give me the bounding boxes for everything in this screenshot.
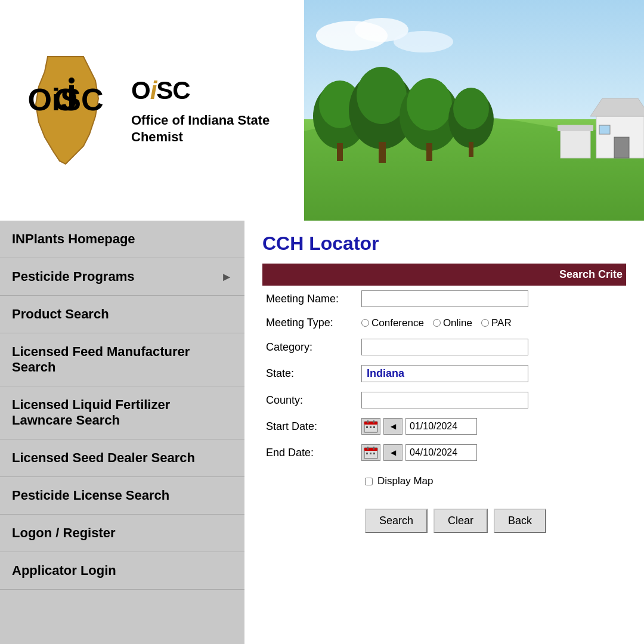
county-input[interactable] [361, 392, 528, 408]
end-date-label: End Date: [262, 439, 358, 466]
calendar-icon [364, 446, 378, 459]
sidebar-item-label: Licensed Feed Manufacturer Search [12, 344, 233, 375]
end-date-input[interactable] [405, 444, 477, 461]
meeting-name-input[interactable] [361, 290, 528, 307]
category-input[interactable] [361, 339, 528, 355]
county-cell [358, 387, 626, 413]
state-value: Indiana [361, 365, 528, 382]
end-date-calendar-button[interactable] [361, 444, 380, 461]
radio-conference-input[interactable] [361, 319, 369, 327]
radio-online-input[interactable] [433, 319, 441, 327]
state-cell: Indiana [358, 360, 626, 387]
start-date-back-button[interactable]: ◀ [383, 418, 402, 435]
search-form-table: Search Crite Meeting Name: Meeting Type: [262, 264, 626, 545]
svg-rect-11 [337, 143, 343, 161]
meeting-type-cell: Conference Online PAR [358, 312, 626, 334]
start-date-row: Start Date: [262, 413, 626, 439]
radio-conference-label: Conference [371, 317, 424, 329]
clear-button[interactable]: Clear [434, 509, 488, 533]
sidebar-item-licensed-liquid-fertilizer-lawncare-search[interactable]: Licensed Liquid Fertilizer Lawncare Sear… [0, 386, 244, 439]
radio-online-label: Online [443, 317, 472, 329]
state-row: State: Indiana [262, 360, 626, 387]
search-criteria-header: Search Crite [262, 264, 626, 286]
meeting-name-row: Meeting Name: [262, 286, 626, 312]
display-map-row: Display Map [262, 466, 626, 497]
main-layout: INPlants Homepage Pesticide Programs ► P… [0, 221, 644, 644]
category-row: Category: [262, 334, 626, 360]
oisc-logo-icon: O OiSC [12, 51, 119, 170]
meeting-type-row: Meeting Type: Conference Online [262, 312, 626, 334]
sidebar-item-licensed-feed-manufacturer-search[interactable]: Licensed Feed Manufacturer Search [0, 333, 244, 386]
meeting-name-cell [358, 286, 626, 312]
banner-image [304, 0, 644, 221]
start-date-calendar-button[interactable] [361, 418, 380, 435]
svg-rect-31 [366, 426, 368, 428]
state-label: State: [262, 360, 358, 387]
svg-rect-33 [373, 426, 375, 428]
sidebar-item-label: Licensed Liquid Fertilizer Lawncare Sear… [12, 397, 233, 428]
content-area: CCH Locator Search Crite Meeting Name: [244, 221, 644, 644]
svg-rect-28 [364, 422, 377, 425]
svg-point-19 [453, 88, 489, 129]
page-title: CCH Locator [262, 233, 626, 255]
start-date-cell: ◀ [358, 413, 626, 439]
svg-point-7 [394, 31, 453, 52]
radio-online[interactable]: Online [433, 317, 472, 329]
category-label: Category: [262, 334, 358, 360]
radio-par[interactable]: PAR [481, 317, 512, 329]
search-button[interactable]: Search [365, 509, 428, 533]
svg-text:OiSC: OiSC [27, 82, 103, 117]
sidebar-item-label: Pesticide Programs [12, 269, 134, 284]
category-cell [358, 334, 626, 360]
sidebar-item-label: Logon / Register [12, 525, 116, 541]
sidebar-item-licensed-seed-dealer-search[interactable]: Licensed Seed Dealer Search [0, 439, 244, 477]
sidebar-item-pesticide-license-search[interactable]: Pesticide License Search [0, 477, 244, 515]
start-date-group: ◀ [361, 418, 623, 435]
svg-rect-26 [558, 125, 593, 131]
meeting-type-label: Meeting Type: [262, 312, 358, 334]
county-label: County: [262, 387, 358, 413]
sidebar-item-inplants-homepage[interactable]: INPlants Homepage [0, 221, 244, 258]
meeting-type-radio-group: Conference Online PAR [361, 317, 623, 329]
end-date-group: ◀ [361, 444, 623, 461]
svg-rect-17 [426, 143, 432, 161]
svg-rect-39 [370, 453, 371, 454]
display-map-label: Display Map [377, 475, 434, 487]
end-date-row: End Date: [262, 439, 626, 466]
org-name: OiSC Office of Indiana State Chemist [131, 75, 292, 146]
end-date-back-button[interactable]: ◀ [383, 444, 402, 461]
meeting-name-label: Meeting Name: [262, 286, 358, 312]
calendar-icon [364, 420, 378, 433]
logo-container: O OiSC OiSC Office of Indiana State Chem… [12, 51, 292, 170]
action-buttons-row: Search Clear Back [262, 497, 626, 545]
sidebar-item-logon-register[interactable]: Logon / Register [0, 515, 244, 552]
chevron-right-icon: ► [221, 270, 233, 284]
svg-rect-35 [364, 448, 377, 451]
sidebar: INPlants Homepage Pesticide Programs ► P… [0, 221, 244, 644]
sidebar-item-label: Applicator Login [12, 563, 116, 578]
svg-rect-32 [370, 426, 371, 428]
sidebar-item-label: Pesticide License Search [12, 488, 169, 503]
header: O OiSC OiSC Office of Indiana State Chem… [0, 0, 644, 221]
sidebar-item-label: Licensed Seed Dealer Search [12, 450, 195, 466]
svg-rect-38 [366, 453, 368, 454]
sidebar-item-product-search[interactable]: Product Search [0, 296, 244, 333]
sidebar-item-applicator-login[interactable]: Applicator Login [0, 552, 244, 590]
action-buttons: Search Clear Back [361, 501, 623, 540]
svg-point-16 [407, 78, 452, 131]
svg-point-13 [357, 67, 407, 124]
back-button[interactable]: Back [494, 509, 546, 533]
start-date-label: Start Date: [262, 413, 358, 439]
svg-rect-20 [469, 142, 473, 157]
svg-rect-14 [379, 142, 386, 163]
logo-area: O OiSC OiSC Office of Indiana State Chem… [0, 0, 304, 221]
display-map-group: Display Map [361, 470, 623, 492]
sidebar-item-label: Product Search [12, 306, 109, 322]
radio-par-input[interactable] [481, 319, 489, 327]
radio-conference[interactable]: Conference [361, 317, 424, 329]
svg-rect-24 [599, 125, 610, 134]
start-date-input[interactable] [405, 418, 477, 435]
sidebar-item-pesticide-programs[interactable]: Pesticide Programs ► [0, 258, 244, 296]
display-map-checkbox[interactable] [365, 478, 373, 485]
svg-rect-40 [373, 453, 375, 454]
